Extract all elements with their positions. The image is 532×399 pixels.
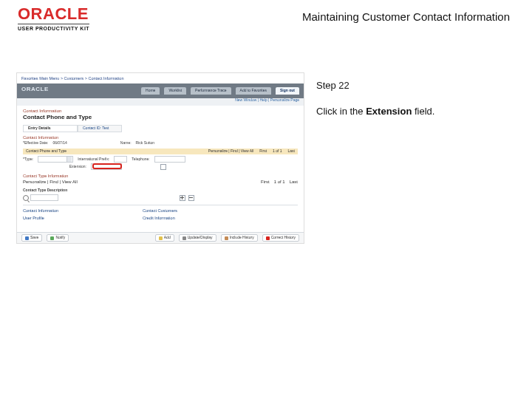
section-contact-info: Contact Information: [23, 135, 58, 140]
label-type: *Type:: [23, 157, 33, 162]
link-column-left: Contact Information User Profile: [23, 208, 58, 222]
notify-icon: [50, 236, 54, 240]
include-history-button[interactable]: Include History: [221, 234, 258, 242]
band-last[interactable]: Last: [288, 149, 295, 154]
highlight-extension-field: [92, 163, 122, 169]
nav-perftrace[interactable]: Performance Trace: [191, 87, 231, 95]
band-personalize[interactable]: Personalize | Find | View All: [208, 149, 253, 154]
instruction-text: Click in the Extension field.: [316, 106, 494, 117]
tab-entry-details[interactable]: Entry Details: [23, 125, 78, 132]
label-name: Name:: [120, 141, 132, 146]
section-contact-type-info: Contact Type Information: [23, 174, 68, 178]
nav-favorites[interactable]: Add to Favorites: [236, 87, 271, 95]
input-contact-type[interactable]: [30, 194, 58, 201]
band-first[interactable]: First: [259, 149, 267, 154]
section-supertitle: Contact Information: [23, 109, 61, 114]
band-count: 1 of 1: [273, 149, 282, 154]
save-label: Save: [30, 236, 38, 240]
ct-first[interactable]: First: [261, 180, 270, 185]
search-icon[interactable]: [23, 195, 29, 201]
band-title: Contact Phone and Type: [26, 149, 66, 154]
notify-label: Notify: [55, 236, 65, 240]
page-title: Maintaining Customer Contact Information: [302, 10, 510, 23]
instruction-suffix: field.: [412, 106, 434, 117]
row-search: [23, 194, 194, 201]
oracle-brand-text: ORACLE: [18, 6, 89, 22]
detail-tabs: Entry Details Contact ID: Test: [23, 125, 298, 132]
app-topnav: Home Worklist Performance Trace Add to F…: [141, 87, 299, 95]
add-button[interactable]: Add: [155, 234, 174, 242]
ct-last[interactable]: Last: [290, 180, 298, 185]
label-telephone: Telephone:: [132, 157, 149, 162]
update-label: Update/Display: [188, 236, 213, 240]
tab-contact-id[interactable]: Contact ID: Test: [78, 125, 122, 132]
grid-column-headers: Contact Type Description: [23, 188, 67, 193]
oracle-logo: ORACLE USER PRODUCTIVITY KIT: [18, 6, 89, 31]
plus-icon: [159, 236, 163, 240]
update-icon: [183, 236, 186, 240]
ct-personalize[interactable]: Personalize | Find | View All: [23, 180, 78, 185]
input-intl-prefix[interactable]: [114, 156, 127, 163]
row-extension: Extension:: [23, 163, 298, 170]
row-effective-date: *Effective Date: 06/07/14 Name: Rick Sut…: [23, 141, 298, 146]
save-button[interactable]: Save: [21, 234, 42, 242]
history-label: Include History: [230, 236, 254, 240]
history-icon: [225, 236, 228, 240]
value-name: Rick Sutton: [136, 141, 155, 146]
value-effective-date: 06/07/14: [52, 141, 66, 146]
oracle-upk-text: USER PRODUCTIVITY KIT: [18, 24, 89, 31]
app-brand: ORACLE: [21, 86, 49, 93]
row-phone-type: *Type: International Prefix: Telephone:: [23, 156, 298, 163]
correct-history-button[interactable]: Correct History: [262, 234, 299, 242]
save-icon: [25, 236, 29, 240]
input-telephone[interactable]: [154, 156, 185, 163]
instruction-target: Extension: [366, 106, 412, 117]
correct-label: Correct History: [271, 236, 296, 240]
step-instructions: Step 22 Click in the Extension field.: [316, 72, 494, 117]
app-topbar: ORACLE Home Worklist Performance Trace A…: [17, 83, 304, 98]
section-title: Contact Phone and Type: [23, 115, 92, 121]
instruction-prefix: Click in the: [316, 106, 366, 117]
breadcrumb: Favorites Main Menu > Customers > Contac…: [21, 76, 123, 81]
footer-toolbar: Save Notify Add Update/Display Include H…: [17, 232, 304, 243]
link-column-right: Contact Customers Credit Information: [143, 208, 177, 222]
checkbox-unknown[interactable]: [160, 164, 166, 170]
label-extension: Extension:: [23, 165, 86, 169]
update-display-button[interactable]: Update/Display: [179, 234, 216, 242]
correct-icon: [266, 236, 270, 240]
link-credit-information[interactable]: Credit Information: [143, 215, 177, 222]
label-effective-date: *Effective Date:: [23, 141, 48, 146]
label-intl-prefix: International Prefix:: [78, 157, 109, 162]
add-row-icon[interactable]: [180, 195, 185, 201]
delete-row-icon[interactable]: [188, 195, 194, 201]
row-contact-type-controls: Personalize | Find | View All First 1 of…: [23, 180, 298, 185]
link-contact-information[interactable]: Contact Information: [23, 208, 58, 215]
link-user-profile[interactable]: User Profile: [23, 215, 58, 222]
link-contact-customers[interactable]: Contact Customers: [143, 208, 177, 215]
grid-header-band: Contact Phone and Type Personalize | Fin…: [23, 149, 298, 154]
select-type[interactable]: [38, 156, 73, 163]
ct-count: 1 of 1: [274, 180, 285, 185]
nav-worklist[interactable]: Worklist: [164, 87, 186, 95]
add-label: Add: [164, 236, 171, 240]
app-screenshot: Favorites Main Menu > Customers > Contac…: [16, 72, 304, 244]
divider: [23, 205, 298, 205]
step-number: Step 22: [316, 80, 494, 91]
app-subbar: New Window | Help | Personalize Page: [17, 98, 304, 106]
nav-home[interactable]: Home: [141, 87, 160, 95]
nav-signout[interactable]: Sign out: [276, 87, 299, 95]
notify-button[interactable]: Notify: [47, 234, 69, 242]
